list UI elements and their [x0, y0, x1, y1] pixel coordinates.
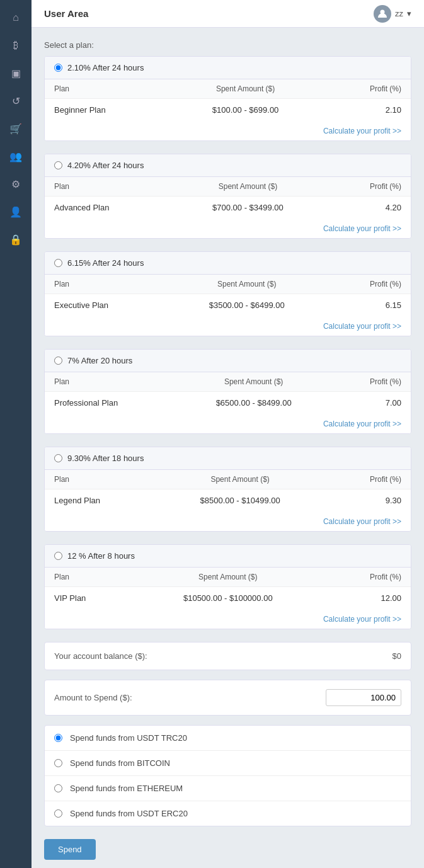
spend-radio-3[interactable]: [54, 784, 62, 792]
sidebar-item-cart[interactable]: 🛒: [4, 117, 27, 140]
sidebar-item-home[interactable]: ⌂: [4, 6, 27, 29]
spend-option-4: Spend funds from USDT ERC20: [45, 801, 411, 826]
sidebar-item-admin[interactable]: 👤: [4, 200, 27, 223]
sidebar-item-users[interactable]: 👥: [4, 145, 27, 168]
table-row: Executive Plan $3500.00 - $6499.00 6.15: [45, 294, 411, 317]
main-area: User Area zz ▾ Select a plan: 2.10% Afte…: [32, 0, 424, 868]
row-plan-name-5: Legend Plan: [45, 489, 156, 512]
sidebar-item-lock[interactable]: 🔒: [4, 228, 27, 251]
row-plan-name-4: Professional Plan: [45, 392, 178, 414]
plan-header-4: 7% After 20 hours: [45, 350, 411, 372]
row-spent-2: $700.00 - $3499.00: [171, 197, 325, 219]
row-spent-5: $8500.00 - $10499.00: [156, 489, 324, 512]
table-row: Legend Plan $8500.00 - $10499.00 9.30: [45, 489, 411, 512]
calc-link-6[interactable]: Calculate your profit >>: [323, 615, 401, 624]
spend-button[interactable]: Spend: [44, 839, 96, 860]
plan-table-5: Plan Spent Amount ($) Profit (%) Legend …: [45, 470, 411, 511]
calc-link-container-3: Calculate your profit >>: [45, 316, 411, 336]
plan-table-6: Plan Spent Amount ($) Profit (%) VIP Pla…: [45, 568, 411, 609]
spend-radio-1[interactable]: [54, 734, 62, 742]
col-spent-3: Spent Amount ($): [168, 275, 326, 294]
table-row: Advanced Plan $700.00 - $3499.00 4.20: [45, 197, 411, 219]
plan-label-2[interactable]: 4.20% After 24 hours: [67, 161, 144, 170]
plan-table-2: Plan Spent Amount ($) Profit (%) Advance…: [45, 177, 411, 219]
col-profit-2: Profit (%): [324, 177, 411, 197]
plan-radio-6[interactable]: [54, 552, 62, 560]
spend-radio-2[interactable]: [54, 759, 62, 767]
plan-radio-3[interactable]: [54, 259, 62, 267]
col-profit-3: Profit (%): [326, 275, 411, 294]
col-spent-6: Spent Amount ($): [134, 568, 323, 587]
plan-radio-4[interactable]: [54, 357, 62, 365]
col-profit-5: Profit (%): [324, 470, 411, 489]
plan-label-5[interactable]: 9.30% After 18 hours: [67, 454, 144, 463]
plan-radio-2[interactable]: [54, 161, 62, 169]
row-spent-3: $3500.00 - $6499.00: [168, 294, 326, 317]
spend-option-1: Spend funds from USDT TRC20: [45, 726, 411, 751]
content-area: Select a plan: 2.10% After 24 hours Plan…: [32, 28, 424, 868]
row-profit-2: 4.20: [324, 197, 411, 219]
plan-radio-5[interactable]: [54, 454, 62, 462]
plan-header-3: 6.15% After 24 hours: [45, 252, 411, 275]
plan-table-4: Plan Spent Amount ($) Profit (%) Profess…: [45, 372, 411, 414]
plan-header-6: 12 % After 8 hours: [45, 545, 411, 568]
amount-row: Amount to Spend ($):: [44, 680, 411, 716]
plan-card-3: 6.15% After 24 hours Plan Spent Amount (…: [44, 251, 411, 336]
plan-card-1: 2.10% After 24 hours Plan Spent Amount (…: [44, 56, 411, 141]
calc-link-container-4: Calculate your profit >>: [45, 414, 411, 433]
user-info: zz ▾: [374, 5, 411, 23]
row-profit-1: 2.10: [321, 99, 411, 122]
plan-card-5: 9.30% After 18 hours Plan Spent Amount (…: [44, 447, 411, 532]
plan-label-6[interactable]: 12 % After 8 hours: [67, 551, 135, 561]
calc-link-5[interactable]: Calculate your profit >>: [323, 517, 401, 526]
sidebar-item-history[interactable]: ↺: [4, 89, 27, 112]
amount-input[interactable]: [326, 689, 401, 706]
sidebar-item-tools[interactable]: ⚙: [4, 173, 27, 195]
spend-option-label-2[interactable]: Spend funds from BITCOIN: [70, 758, 170, 768]
spend-option-label-1[interactable]: Spend funds from USDT TRC20: [70, 733, 187, 743]
row-plan-name-3: Executive Plan: [45, 294, 168, 317]
col-plan-1: Plan: [45, 79, 169, 99]
sidebar-item-bitcoin[interactable]: ₿: [4, 34, 27, 57]
plan-card-2: 4.20% After 24 hours Plan Spent Amount (…: [44, 154, 411, 239]
col-spent-1: Spent Amount ($): [169, 79, 321, 99]
chevron-down-icon: ▾: [407, 9, 411, 18]
plan-label-3[interactable]: 6.15% After 24 hours: [67, 258, 144, 268]
calc-link-4[interactable]: Calculate your profit >>: [323, 420, 401, 428]
amount-label: Amount to Spend ($):: [54, 693, 132, 702]
spend-option-label-3[interactable]: Spend funds from ETHEREUM: [70, 784, 183, 793]
spend-radio-4[interactable]: [54, 809, 62, 818]
row-plan-name-6: VIP Plan: [45, 587, 134, 610]
spend-option-label-4[interactable]: Spend funds from USDT ERC20: [70, 809, 188, 818]
col-profit-1: Profit (%): [321, 79, 411, 99]
col-plan-5: Plan: [45, 470, 156, 489]
plan-table-3: Plan Spent Amount ($) Profit (%) Executi…: [45, 275, 411, 316]
plan-header-2: 4.20% After 24 hours: [45, 154, 411, 177]
calc-link-container-6: Calculate your profit >>: [45, 609, 411, 629]
calc-link-2[interactable]: Calculate your profit >>: [323, 224, 401, 233]
calc-link-container-2: Calculate your profit >>: [45, 219, 411, 238]
sidebar-item-wallet[interactable]: ▣: [4, 62, 27, 84]
row-spent-4: $6500.00 - $8499.00: [178, 392, 329, 414]
col-profit-6: Profit (%): [323, 568, 411, 587]
table-row: VIP Plan $10500.00 - $100000.00 12.00: [45, 587, 411, 610]
balance-row: Your account balance ($): $0: [44, 642, 411, 670]
row-profit-5: 9.30: [324, 489, 411, 512]
balance-label: Your account balance ($):: [54, 651, 147, 661]
table-row: Beginner Plan $100.00 - $699.00 2.10: [45, 99, 411, 122]
plan-radio-1[interactable]: [54, 64, 62, 72]
avatar: [374, 5, 391, 23]
col-plan-2: Plan: [45, 177, 171, 197]
sidebar: ⌂ ₿ ▣ ↺ 🛒 👥 ⚙ 👤 🔒: [0, 0, 32, 868]
plan-header-5: 9.30% After 18 hours: [45, 447, 411, 470]
calc-link-3[interactable]: Calculate your profit >>: [323, 322, 401, 331]
plan-label-4[interactable]: 7% After 20 hours: [67, 356, 132, 365]
calc-link-1[interactable]: Calculate your profit >>: [323, 127, 401, 135]
plan-label-1[interactable]: 2.10% After 24 hours: [67, 63, 144, 72]
page-title: User Area: [44, 8, 88, 19]
col-plan-6: Plan: [45, 568, 134, 587]
spend-option-2: Spend funds from BITCOIN: [45, 751, 411, 776]
row-profit-6: 12.00: [323, 587, 411, 610]
user-name: zz: [395, 9, 403, 18]
col-plan-4: Plan: [45, 372, 178, 392]
